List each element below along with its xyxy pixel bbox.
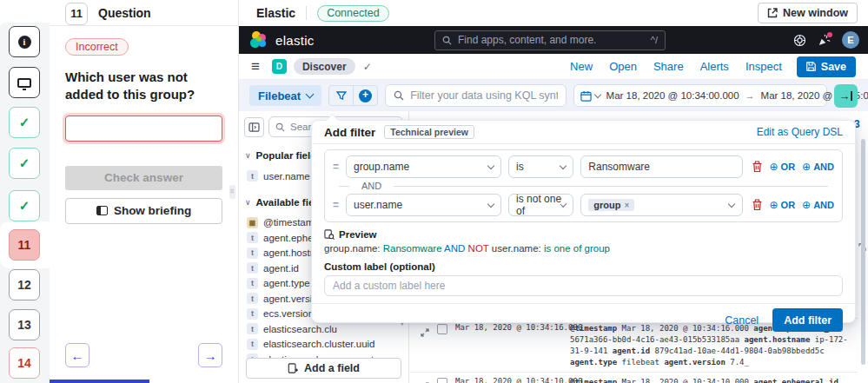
value-tag-label: group bbox=[593, 200, 620, 210]
status-badge: Incorrect bbox=[65, 38, 129, 56]
vertical-scrollbar[interactable] bbox=[861, 139, 865, 365]
drag-handle-icon[interactable]: = bbox=[333, 199, 339, 211]
external-link-icon bbox=[767, 8, 778, 18]
data-view-picker[interactable]: Filebeat bbox=[249, 85, 321, 106]
filter-value-input[interactable] bbox=[580, 155, 742, 178]
rail-item-briefing[interactable]: i bbox=[9, 26, 40, 57]
field-name: agent.id bbox=[263, 263, 299, 274]
search-icon bbox=[275, 122, 285, 132]
prev-question-button[interactable]: ← bbox=[65, 343, 89, 367]
table-row: Mar 18, 2020 @ 10:34:10.000 @timestamp M… bbox=[410, 372, 858, 383]
filter-row-2: = user.name is not one of group bbox=[333, 194, 834, 216]
filter-controls-group: + bbox=[328, 85, 378, 106]
add-field-label: Add a field bbox=[304, 362, 360, 374]
rail-item-label: 13 bbox=[17, 318, 31, 332]
filter-values-combobox[interactable]: group × bbox=[580, 194, 742, 216]
panel-resize-handle[interactable]: ⠿ bbox=[229, 185, 235, 199]
saved-query-menu-button[interactable] bbox=[329, 86, 353, 105]
field-name: ecs.version bbox=[263, 308, 314, 319]
global-search[interactable]: ^/ bbox=[434, 30, 666, 50]
drag-handle-icon[interactable]: = bbox=[333, 161, 339, 173]
next-question-button[interactable]: → bbox=[198, 343, 222, 367]
top-menu-links: New Open Share Alerts Inspect bbox=[570, 60, 782, 73]
app-name: Elastic bbox=[256, 6, 295, 20]
new-window-button[interactable]: New window bbox=[758, 3, 858, 23]
save-button[interactable]: Save bbox=[797, 56, 856, 77]
check-answer-button[interactable]: Check answer bbox=[65, 166, 222, 190]
menu-new[interactable]: New bbox=[570, 60, 593, 73]
add-or-condition-button[interactable]: ⊕OR bbox=[770, 199, 796, 211]
edit-as-query-dsl-link[interactable]: Edit as Query DSL bbox=[757, 126, 843, 138]
question-header: 11 Question bbox=[50, 0, 238, 26]
space-badge[interactable]: D bbox=[272, 59, 287, 74]
add-field-button[interactable]: Add a field bbox=[246, 358, 401, 379]
rail-item-question-11[interactable]: 11 bbox=[9, 229, 40, 261]
string-field-icon: t bbox=[247, 339, 258, 350]
add-and-condition-button[interactable]: ⊕AND bbox=[802, 161, 834, 173]
question-rail: i ✓ ✓ ✓ 11 12 13 14 bbox=[0, 0, 50, 383]
question-panel-title: Question bbox=[98, 6, 151, 20]
delete-filter-icon[interactable] bbox=[752, 161, 763, 173]
refresh-query-button[interactable]: → bbox=[834, 84, 858, 108]
check-icon: ✓ bbox=[19, 115, 30, 130]
rail-item-question-14[interactable]: 14 bbox=[9, 347, 40, 379]
chevron-down-icon bbox=[593, 91, 600, 98]
cancel-button[interactable]: Cancel bbox=[725, 314, 759, 327]
date-from[interactable]: Mar 18, 2020 @ 10:34:00.000 bbox=[606, 90, 739, 101]
show-briefing-button[interactable]: Show briefing bbox=[65, 198, 222, 224]
menu-alerts[interactable]: Alerts bbox=[700, 60, 729, 73]
rail-item-question-done-3[interactable]: ✓ bbox=[9, 190, 40, 221]
question-panel: 11 Question Incorrect Which user was not… bbox=[50, 0, 239, 383]
breadcrumb-discover[interactable]: Discover bbox=[294, 58, 355, 75]
panel-collapse-icon bbox=[248, 122, 260, 132]
discover-content: ∨ Popular fields i t user.name ∨ Availab… bbox=[239, 111, 868, 383]
help-lifebuoy-icon[interactable] bbox=[793, 34, 806, 47]
expand-document-icon[interactable] bbox=[421, 379, 429, 383]
rail-item-question-13[interactable]: 13 bbox=[9, 309, 40, 340]
elastic-logo-icon[interactable] bbox=[249, 30, 268, 50]
data-view-label: Filebeat bbox=[258, 89, 301, 102]
answer-input[interactable] bbox=[65, 116, 222, 142]
operator-select[interactable]: is bbox=[508, 155, 573, 178]
user-avatar[interactable]: E bbox=[842, 31, 859, 49]
calendar-menu-button[interactable] bbox=[574, 90, 606, 102]
menu-inspect[interactable]: Inspect bbox=[745, 60, 782, 73]
custom-label-title: Custom label (optional) bbox=[324, 261, 843, 272]
add-and-condition-button[interactable]: ⊕AND bbox=[802, 199, 834, 211]
newsfeed-icon[interactable] bbox=[818, 34, 831, 47]
field-select[interactable]: group.name bbox=[346, 155, 501, 178]
delete-filter-icon[interactable] bbox=[752, 199, 763, 211]
value-tag: group × bbox=[588, 199, 634, 211]
rail-item-question-12[interactable]: 12 bbox=[9, 269, 40, 300]
field-item[interactable]: t elasticsearch.cluster.uuid bbox=[239, 337, 408, 353]
rail-item-environment[interactable] bbox=[9, 67, 40, 98]
custom-label-input[interactable] bbox=[324, 275, 843, 296]
field-select-value: group.name bbox=[354, 161, 409, 173]
question-body: Incorrect Which user was not added to th… bbox=[50, 26, 238, 224]
kql-query-box[interactable] bbox=[385, 84, 566, 107]
menu-open[interactable]: Open bbox=[609, 60, 637, 73]
menu-share[interactable]: Share bbox=[653, 60, 684, 73]
field-select[interactable]: user.name bbox=[346, 194, 501, 216]
string-field-icon: t bbox=[247, 293, 258, 304]
check-icon: ✓ bbox=[19, 155, 30, 171]
quiz-progress-bar bbox=[50, 380, 149, 383]
global-search-input[interactable] bbox=[458, 34, 645, 46]
add-or-condition-button[interactable]: ⊕OR bbox=[770, 161, 796, 173]
question-text: Which user was not added to this group? bbox=[65, 69, 222, 104]
dialog-footer: Cancel Add filter bbox=[312, 303, 855, 336]
plus-circle-icon: ⊕ bbox=[802, 199, 811, 211]
app-root: i ✓ ✓ ✓ 11 12 13 14 11 Question Incorrec… bbox=[0, 0, 868, 383]
add-filter-submit-button[interactable]: Add filter bbox=[772, 308, 843, 332]
rail-item-question-done-1[interactable]: ✓ bbox=[9, 107, 40, 138]
add-filter-button[interactable]: + bbox=[354, 86, 377, 105]
remove-tag-icon[interactable]: × bbox=[625, 201, 630, 210]
collapse-sidebar-button[interactable] bbox=[244, 117, 264, 137]
operator-select[interactable]: is not one of bbox=[508, 194, 573, 216]
kql-query-input[interactable] bbox=[410, 89, 557, 102]
row-checkbox[interactable] bbox=[437, 378, 447, 383]
elastic-brand: elastic bbox=[275, 33, 315, 48]
string-field-icon: t bbox=[247, 278, 258, 289]
rail-item-question-done-2[interactable]: ✓ bbox=[9, 148, 40, 179]
menu-hamburger-icon[interactable]: ≡ bbox=[251, 59, 260, 74]
